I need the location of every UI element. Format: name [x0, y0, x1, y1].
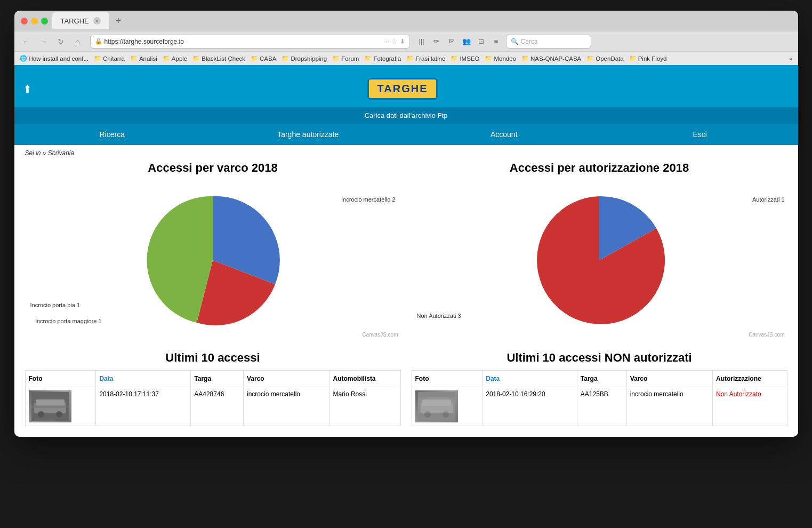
- bookmark-item-9[interactable]: 📁 Frasi latine: [406, 55, 445, 62]
- back-button[interactable]: ←: [20, 35, 34, 49]
- table1-automobilista-cell: Mario Rossi: [329, 387, 400, 426]
- nav-account[interactable]: Account: [406, 124, 602, 145]
- car-photo-svg-2: [418, 392, 455, 421]
- nav-targhe[interactable]: Targhe autorizzate: [210, 124, 406, 145]
- bookmark-item-4[interactable]: 📁 BlackList Check: [192, 55, 245, 62]
- upload-label: Carica dati dall'archivio Ftp: [365, 111, 448, 119]
- chart1-area: Incrocio mercatello 2 Incrocio porta pia…: [25, 180, 401, 340]
- tab-close-button[interactable]: ×: [93, 17, 101, 25]
- car-photo-svg: [31, 392, 69, 421]
- svg-rect-11: [418, 397, 455, 413]
- reader-icon[interactable]: |||: [415, 35, 428, 48]
- chart2-container: Accessi per autorizzazione 2018 Autorizz…: [412, 161, 787, 340]
- close-button[interactable]: [21, 18, 28, 25]
- bookmark-item-12[interactable]: 📁 NAS-QNAP-CASA: [521, 55, 581, 62]
- reload-button[interactable]: ↻: [54, 35, 68, 49]
- charts-row: Accessi per varco 2018: [25, 161, 787, 340]
- bookmark-item-7[interactable]: 📁 Forum: [332, 55, 359, 62]
- svg-point-3: [38, 411, 44, 418]
- table1-col-data: Data: [96, 371, 191, 387]
- table1-col-foto: Foto: [25, 371, 96, 387]
- traffic-lights: [21, 18, 48, 25]
- bookmark-item-1[interactable]: 📁 Chitarra: [94, 55, 125, 62]
- bookmark-item-6[interactable]: 📁 Dropshipping: [282, 55, 327, 62]
- table1-data-cell: 2018-02-10 17:11:37: [96, 387, 191, 426]
- minimize-button[interactable]: [31, 18, 38, 25]
- svg-rect-2: [36, 399, 65, 406]
- svg-rect-5: [31, 405, 69, 408]
- table2-col-foto: Foto: [412, 371, 483, 387]
- table2: Foto Data Targa Varco Autorizzazione: [412, 370, 787, 426]
- upload-bar: Carica dati dall'archivio Ftp: [14, 107, 798, 124]
- main-content: Accessi per varco 2018: [14, 161, 798, 437]
- table2-data-cell: 2018-02-10 16:29:20: [483, 387, 577, 426]
- breadcrumb: Sei in » Scrivania: [14, 145, 798, 161]
- table2-autorizzazione-cell: Non Autorizzato: [713, 387, 787, 426]
- bookmark-item-2[interactable]: 📁 Analisi: [130, 55, 157, 62]
- bookmark-item-3[interactable]: 📁 Apple: [163, 55, 187, 62]
- browser-window: TARGHE × + ← → ↻ ⌂ 🔒 https://targhe.sour…: [14, 11, 798, 437]
- bookmarks-bar: 🌐 How install and conf... 📁 Chitarra 📁 A…: [14, 51, 798, 65]
- table1-header: Foto Data Targa Varco Automobilista: [25, 371, 400, 387]
- nav-esci[interactable]: Esci: [602, 124, 798, 145]
- navigation-bar: ← → ↻ ⌂ 🔒 https://targhe.sourceforge.io …: [14, 31, 798, 51]
- users-icon[interactable]: 👥: [460, 35, 473, 48]
- maximize-button[interactable]: [41, 18, 48, 25]
- menu-icon[interactable]: ≡: [490, 35, 503, 48]
- titlebar: TARGHE × +: [14, 11, 798, 31]
- lock-icon: 🔒: [95, 38, 102, 45]
- app-logo-area: TARGHE: [367, 74, 438, 104]
- table-row: 2018-02-10 16:29:20 AA125BB incrocio mer…: [412, 387, 787, 426]
- chart2-label-2: Non Autorizzati 3: [417, 313, 461, 319]
- pencil-icon[interactable]: ✏: [430, 35, 443, 48]
- table1-targa-cell: AA428746: [191, 387, 244, 426]
- home-button[interactable]: ⌂: [71, 35, 85, 49]
- search-placeholder: Cerca: [521, 38, 538, 45]
- app-nav: Ricerca Targhe autorizzate Account Esci: [14, 124, 798, 145]
- table2-foto-cell: [412, 387, 483, 426]
- tab-title: TARGHE: [61, 17, 89, 25]
- nav-icons: ||| ✏ IP 👥 ⊡ ≡: [415, 35, 503, 48]
- chart2-credit: CanvasJS.com: [749, 332, 784, 338]
- table1-container: Ultimi 10 accessi Foto Data Targa Varco …: [25, 351, 401, 426]
- bookmark-item-13[interactable]: 📁 OpenData: [586, 55, 623, 62]
- nav-ricerca[interactable]: Ricerca: [14, 124, 211, 145]
- svg-point-4: [56, 411, 62, 418]
- dots-icon: ···: [384, 38, 389, 45]
- bookmark-item-8[interactable]: 📁 Fotografia: [364, 55, 401, 62]
- split-icon[interactable]: ⊡: [475, 35, 488, 48]
- forward-button[interactable]: →: [37, 35, 51, 49]
- bookmark-star-icon: ☆: [392, 38, 398, 45]
- chart2-label-1: Autorizzati 1: [752, 196, 785, 203]
- photo-thumbnail: [29, 390, 71, 422]
- table2-col-autorizzazione: Autorizzazione: [713, 371, 787, 387]
- more-bookmarks-icon[interactable]: »: [789, 55, 792, 62]
- table2-container: Ultimi 10 accessi NON autorizzati Foto D…: [412, 351, 787, 426]
- bookmark-item-0[interactable]: 🌐 How install and conf...: [20, 55, 89, 62]
- browser-tab[interactable]: TARGHE ×: [52, 12, 109, 29]
- chart1-container: Accessi per varco 2018: [25, 161, 401, 340]
- upload-icon[interactable]: ⬆: [23, 83, 32, 95]
- chart1-svg: [143, 191, 282, 330]
- table-row: 2018-02-10 17:11:37 AA428746 incrocio me…: [25, 387, 400, 426]
- table2-targa-cell: AA125BB: [577, 387, 626, 426]
- app-content: ⬆ TARGHE Carica dati dall'archivio Ftp R…: [14, 65, 798, 437]
- table2-col-targa: Targa: [577, 371, 626, 387]
- bookmark-item-5[interactable]: 📁 CASA: [251, 55, 276, 62]
- chart1-label-2: Incrocio porta pia 1: [30, 302, 81, 308]
- app-logo: TARGHE: [367, 78, 438, 100]
- photo-thumbnail-2: [415, 390, 458, 422]
- chart1-credit: CanvasJS.com: [362, 332, 398, 338]
- ip-icon[interactable]: IP: [445, 35, 458, 48]
- url-display: https://targhe.sourceforge.io: [104, 38, 382, 45]
- bookmark-item-14[interactable]: 📁 Pink Floyd: [629, 55, 667, 62]
- new-tab-button[interactable]: +: [116, 15, 122, 27]
- search-bar[interactable]: 🔍 Cerca: [506, 35, 591, 49]
- search-icon: 🔍: [511, 38, 519, 45]
- bookmark-item-10[interactable]: 📁 IMSEO: [451, 55, 479, 62]
- table2-title: Ultimi 10 accessi NON autorizzati: [412, 351, 787, 365]
- table2-header: Foto Data Targa Varco Autorizzazione: [412, 371, 787, 387]
- app-header: ⬆ TARGHE Carica dati dall'archivio Ftp R…: [14, 65, 798, 145]
- address-bar[interactable]: 🔒 https://targhe.sourceforge.io ··· ☆ ⬇: [90, 35, 410, 49]
- bookmark-item-11[interactable]: 📁 Mondeo: [485, 55, 516, 62]
